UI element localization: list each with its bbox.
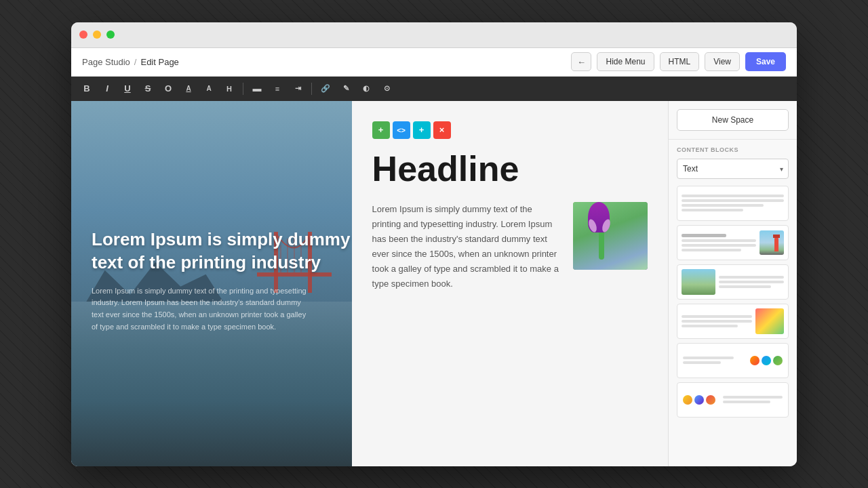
content-block: + <> + × Headline Lorem Ipsum is simply … xyxy=(352,101,668,466)
content-image xyxy=(573,202,648,270)
underline-button[interactable]: U xyxy=(119,80,136,98)
block-thumb-lines-2 xyxy=(682,234,756,251)
font-size-button[interactable]: A xyxy=(180,80,197,98)
left-panel: Lorem Ipsum is simply dummy text of the … xyxy=(71,101,352,466)
block-thumb-lines-5 xyxy=(683,357,747,364)
content-area: Lorem Ipsum is simply dummy text of the … xyxy=(71,101,797,466)
breadcrumb-current: Edit Page xyxy=(140,57,178,67)
content-body[interactable]: Lorem Ipsum is simply dummy text of the … xyxy=(372,202,562,292)
left-headline: Lorem Ipsum is simply dummy text of the … xyxy=(92,228,352,274)
menubar: Page Studio / Edit Page ← Hide Menu HTML… xyxy=(71,48,797,77)
formatting-toolbar: B I U S O A A H ▬ ≡ ⇥ 🔗 ✎ ◐ ⊙ xyxy=(71,77,797,101)
thumb-line-i xyxy=(682,325,738,327)
thumb-heading-line xyxy=(682,234,726,237)
face-icon-2 xyxy=(694,395,704,405)
back-button[interactable]: ← xyxy=(571,52,591,71)
left-panel-text: Lorem Ipsum is simply dummy text of the … xyxy=(92,228,352,333)
html-button[interactable]: HTML xyxy=(660,52,700,71)
thumb-line-3 xyxy=(682,204,764,207)
italic-button[interactable]: I xyxy=(98,80,116,98)
link-button[interactable]: 🔗 xyxy=(317,80,334,98)
toolbar-separator-2 xyxy=(311,83,312,95)
thumb-line-l xyxy=(723,396,783,399)
thumb-line-a xyxy=(682,239,756,242)
icon-circle-1 xyxy=(750,356,760,365)
menubar-actions: ← Hide Menu HTML View Save xyxy=(571,52,786,71)
thumb-line-b xyxy=(682,244,756,247)
new-space-button[interactable]: New Space xyxy=(677,109,789,131)
thumb-line-4 xyxy=(682,209,743,211)
maximize-button[interactable] xyxy=(106,30,115,39)
editor-area: Lorem Ipsum is simply dummy text of the … xyxy=(71,101,668,466)
icon-circle-2 xyxy=(762,356,771,365)
hide-menu-button[interactable]: Hide Menu xyxy=(597,52,654,71)
thumb-line-k xyxy=(683,361,721,364)
thumb-line-e xyxy=(719,281,784,283)
breadcrumb: Page Studio / Edit Page xyxy=(82,57,571,67)
traffic-lights xyxy=(79,30,115,39)
block-type-dropdown-wrapper: Text Image Video Button Columns ▾ xyxy=(677,159,789,179)
thumb-line-f xyxy=(719,285,771,288)
heading-button[interactable]: H xyxy=(220,80,238,98)
face-icon-3 xyxy=(706,395,715,405)
sidebar: New Space CONTENT BLOCKS Text Image Vide… xyxy=(668,101,797,466)
lighthouse-thumb-image xyxy=(760,230,784,255)
toolbar-separator-1 xyxy=(243,83,243,95)
thumb-line-c xyxy=(682,249,741,251)
thumb-line-2 xyxy=(682,199,784,202)
fruit-thumb-image xyxy=(755,308,784,334)
left-body: Lorem Ipsum is simply dummy text of the … xyxy=(92,285,309,333)
face-icon-1 xyxy=(683,395,692,405)
block-thumb-faces[interactable] xyxy=(677,382,789,418)
icon-circles xyxy=(750,356,783,365)
align-button[interactable]: ▬ xyxy=(248,80,266,98)
titlebar xyxy=(71,22,797,48)
field-thumb-image xyxy=(682,269,715,295)
icon-circle-3 xyxy=(773,356,783,365)
block-thumb-lighthouse[interactable] xyxy=(677,225,789,260)
block-thumb-fruit[interactable] xyxy=(677,304,789,339)
block-thumb-text-only[interactable] xyxy=(677,186,789,221)
block-thumb-icons-row[interactable] xyxy=(677,343,789,378)
block-thumb-lines-6 xyxy=(723,396,783,403)
block-thumb-field[interactable] xyxy=(677,264,789,300)
breadcrumb-root: Page Studio xyxy=(82,57,130,67)
font-color-button[interactable]: A xyxy=(200,80,218,98)
indent-button[interactable]: ⇥ xyxy=(289,80,307,98)
thumb-line-g xyxy=(682,315,752,318)
new-space-section: New Space xyxy=(669,101,797,140)
add-block-button[interactable]: + xyxy=(372,121,390,139)
view-button[interactable]: View xyxy=(705,52,740,71)
remove-block-button[interactable]: × xyxy=(433,121,451,139)
main-window: Page Studio / Edit Page ← Hide Menu HTML… xyxy=(71,22,797,466)
edit-button[interactable]: ✎ xyxy=(337,80,355,98)
face-icons-group xyxy=(683,395,715,405)
content-headline[interactable]: Headline xyxy=(372,150,648,188)
minimize-button[interactable] xyxy=(93,30,101,39)
block-thumb-lines-3 xyxy=(719,276,784,288)
content-blocks-section: CONTENT BLOCKS Text Image Video Button C… xyxy=(669,140,797,466)
code-block-button[interactable]: <> xyxy=(393,121,410,139)
thumb-line-h xyxy=(682,320,752,323)
thumb-line-m xyxy=(723,401,770,403)
save-button[interactable]: Save xyxy=(745,52,786,71)
thumb-line-j xyxy=(683,357,734,359)
list-button[interactable]: ≡ xyxy=(269,80,286,98)
block-type-dropdown[interactable]: Text Image Video Button Columns xyxy=(677,159,789,179)
strikethrough-button[interactable]: S xyxy=(139,80,157,98)
format-button-1[interactable]: O xyxy=(159,80,177,98)
block-thumb-lines-4 xyxy=(682,315,752,327)
color-button[interactable]: ◐ xyxy=(357,80,375,98)
bold-button[interactable]: B xyxy=(78,80,96,98)
right-panel: + <> + × Headline Lorem Ipsum is simply … xyxy=(352,101,668,466)
block-thumb-lines xyxy=(682,195,784,211)
thumb-line-d xyxy=(719,276,784,279)
block-toolbar: + <> + × xyxy=(372,121,648,139)
content-row: Lorem Ipsum is simply dummy text of the … xyxy=(372,202,648,292)
close-button[interactable] xyxy=(79,30,87,39)
breadcrumb-separator: / xyxy=(134,57,137,67)
clear-button[interactable]: ⊙ xyxy=(378,80,395,98)
content-blocks-label: CONTENT BLOCKS xyxy=(677,146,789,153)
thumb-line-1 xyxy=(682,195,784,197)
more-block-button[interactable]: + xyxy=(413,121,431,139)
